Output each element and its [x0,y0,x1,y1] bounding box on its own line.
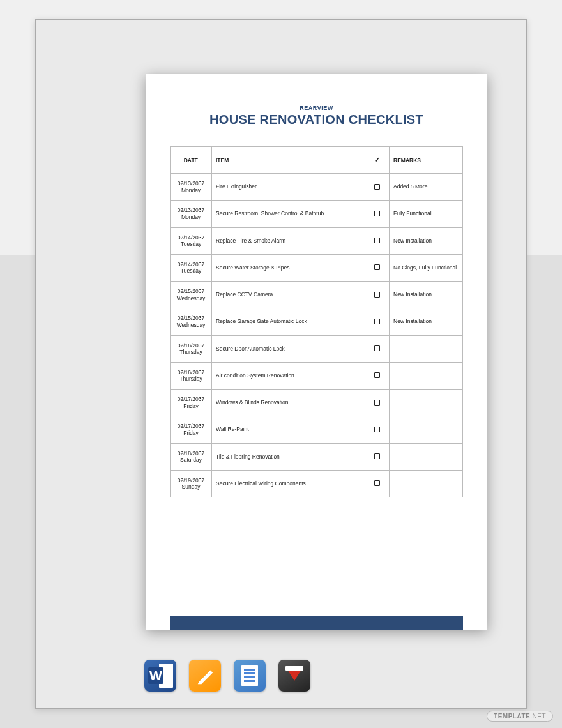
cell-date: 02/14/2037Tuesday [171,254,212,281]
cell-date: 02/16/2037Thursday [171,362,212,389]
cell-check[interactable] [365,227,390,254]
table-row: 02/14/2037TuesdayReplace Fire & Smoke Al… [171,227,463,254]
checkbox-icon[interactable] [374,345,380,351]
watermark-badge: TEMPLATE.NET [487,711,553,722]
cell-item: Windows & Blinds Renovation [212,390,365,416]
cell-check[interactable] [365,335,390,362]
cell-date: 02/15/2037Wednesday [171,308,212,335]
table-row: 02/15/2037WednesdayReplace CCTV CameraNe… [171,282,463,308]
page-title: HOUSE RENOVATION CHECKLIST [170,112,463,127]
table-row: 02/17/2037FridayWindows & Blinds Renovat… [171,390,463,416]
cell-date: 02/13/2037Monday [171,201,212,227]
cell-check[interactable] [365,174,390,201]
cell-check[interactable] [365,362,390,389]
cell-remarks [390,335,463,362]
col-header-check: ✓ [365,147,390,174]
checkbox-icon[interactable] [374,264,380,270]
cell-remarks: New Installation [390,308,463,335]
checkbox-icon[interactable] [374,400,380,406]
pages-icon[interactable] [189,660,221,692]
cell-item: Replace CCTV Camera [212,282,365,308]
watermark-suffix: .NET [530,713,546,720]
cell-date: 02/14/2037Tuesday [171,227,212,254]
cell-remarks: New Installation [390,227,463,254]
word-icon[interactable] [144,660,176,692]
table-header-row: DATE ITEM ✓ REMARKS [171,147,463,174]
cell-date: 02/17/2037Friday [171,416,212,443]
cell-remarks [390,470,463,497]
checkbox-icon[interactable] [374,238,380,243]
cell-check[interactable] [365,254,390,281]
table-row: 02/16/2037ThursdayAir condition System R… [171,362,463,389]
table-row: 02/14/2037TuesdaySecure Water Storage & … [171,254,463,281]
cell-item: Secure Door Automatic Lock [212,335,365,362]
cell-check[interactable] [365,470,390,497]
pre-title: REARVIEW [170,105,463,111]
cell-check[interactable] [365,308,390,335]
checkbox-icon[interactable] [374,453,380,459]
pdf-icon[interactable] [278,660,310,692]
format-icons-row [144,660,310,692]
col-header-date: DATE [171,147,212,174]
cell-remarks: Fully Functional [390,201,463,227]
cell-item: Secure Restroom, Shower Control & Bathtu… [212,201,365,227]
table-row: 02/17/2037FridayWall Re-Paint [171,416,463,443]
cell-check[interactable] [365,282,390,308]
document-page: REARVIEW HOUSE RENOVATION CHECKLIST DATE… [146,74,487,630]
cell-remarks [390,362,463,389]
cell-item: Fire Extinguisher [212,174,365,201]
table-row: 02/16/2037ThursdaySecure Door Automatic … [171,335,463,362]
cell-item: Secure Water Storage & Pipes [212,254,365,281]
cell-date: 02/15/2037Wednesday [171,282,212,308]
cell-remarks: New Installation [390,282,463,308]
cell-date: 02/18/2037Saturday [171,443,212,470]
checkbox-icon[interactable] [374,211,380,216]
checkbox-icon[interactable] [374,372,380,378]
google-docs-icon[interactable] [234,660,266,692]
cell-check[interactable] [365,443,390,470]
footer-accent-bar [170,616,463,630]
table-row: 02/13/2037MondayFire ExtinguisherAdded 5… [171,174,463,201]
cell-check[interactable] [365,416,390,443]
cell-remarks [390,416,463,443]
table-row: 02/13/2037MondaySecure Restroom, Shower … [171,201,463,227]
checkbox-icon[interactable] [374,292,380,298]
checkbox-icon[interactable] [374,480,380,486]
cell-date: 02/17/2037Friday [171,390,212,416]
cell-item: Replace Fire & Smoke Alarm [212,227,365,254]
watermark-brand: TEMPLATE [494,713,530,720]
pen-icon [195,666,215,685]
cell-date: 02/13/2037Monday [171,174,212,201]
cell-date: 02/16/2037Thursday [171,335,212,362]
col-header-item: ITEM [212,147,365,174]
table-row: 02/19/2037SundaySecure Electrical Wiring… [171,470,463,497]
cell-remarks [390,390,463,416]
cell-remarks: Added 5 More [390,174,463,201]
checkbox-icon[interactable] [374,184,380,190]
cell-date: 02/19/2037Sunday [171,470,212,497]
cell-item: Secure Electrical Wiring Components [212,470,365,497]
table-row: 02/15/2037WednesdayReplace Garage Gate A… [171,308,463,335]
cell-item: Air condition System Renovation [212,362,365,389]
checkbox-icon[interactable] [374,427,380,432]
cell-remarks [390,443,463,470]
cell-remarks: No Clogs, Fully Functional [390,254,463,281]
table-row: 02/18/2037SaturdayTile & Flooring Renova… [171,443,463,470]
preview-frame: REARVIEW HOUSE RENOVATION CHECKLIST DATE… [35,19,527,709]
cell-item: Tile & Flooring Renovation [212,443,365,470]
cell-item: Replace Garage Gate Automatic Lock [212,308,365,335]
cell-check[interactable] [365,390,390,416]
col-header-remarks: REMARKS [390,147,463,174]
checkbox-icon[interactable] [374,319,380,324]
cell-check[interactable] [365,201,390,227]
cell-item: Wall Re-Paint [212,416,365,443]
checklist-table: DATE ITEM ✓ REMARKS 02/13/2037MondayFire… [170,146,463,497]
